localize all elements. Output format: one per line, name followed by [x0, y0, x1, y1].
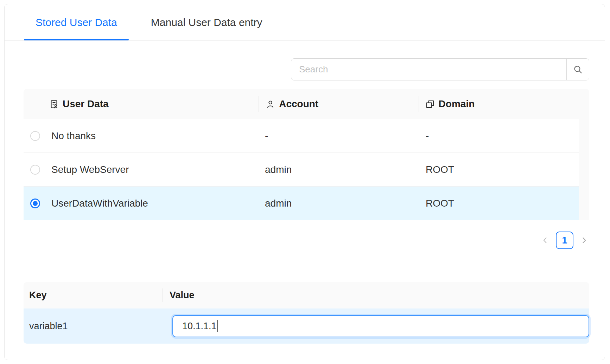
key-value-table: Key Value variable1 10.1.1.1: [24, 282, 589, 344]
column-header-user-data: User Data: [46, 89, 259, 119]
tab-manual-user-data-entry[interactable]: Manual User Data entry: [139, 4, 274, 40]
user-data-icon: [49, 99, 59, 109]
chevron-left-icon: [541, 236, 549, 245]
user-data-name: Setup WebServer: [46, 164, 259, 175]
radio-button[interactable]: [30, 165, 40, 175]
domain-icon: [425, 99, 435, 109]
table-header: User Data Account Domain: [24, 89, 589, 119]
pagination-prev-button[interactable]: [540, 235, 551, 246]
table-row[interactable]: Setup WebServer admin ROOT: [24, 153, 589, 187]
account-value: -: [259, 130, 419, 142]
column-header-account: Account: [259, 89, 418, 119]
value-input[interactable]: 10.1.1.1: [172, 315, 589, 337]
variable-key: variable1: [24, 321, 160, 332]
selection-column-header: [24, 89, 46, 119]
radio-button-checked[interactable]: [30, 199, 40, 208]
search-button[interactable]: [566, 59, 589, 80]
radio-button[interactable]: [30, 131, 40, 141]
pagination-next-button[interactable]: [579, 235, 589, 246]
account-value: admin: [259, 198, 419, 209]
variable-value-cell: 10.1.1.1: [160, 315, 589, 337]
column-label: User Data: [63, 98, 109, 110]
search-control: [291, 58, 589, 80]
search-icon: [573, 65, 583, 74]
scrollbar-gutter: [579, 119, 589, 153]
user-data-name: UserDataWithVariable: [46, 198, 259, 209]
table-row[interactable]: No thanks - -: [24, 119, 589, 153]
scrollbar-gutter: [579, 153, 589, 187]
user-data-name: No thanks: [46, 130, 259, 142]
user-data-panel: Stored User Data Manual User Data entry: [4, 4, 605, 360]
search-input[interactable]: [291, 59, 566, 80]
column-label: Value: [170, 290, 195, 301]
domain-value: ROOT: [419, 164, 579, 175]
page-number: 1: [562, 235, 567, 246]
domain-value: ROOT: [419, 198, 579, 209]
chevron-right-icon: [580, 236, 588, 245]
key-value-row: variable1 10.1.1.1: [24, 308, 589, 344]
column-header-key: Key: [24, 290, 163, 301]
pagination: 1: [5, 232, 589, 249]
tab-bar: Stored User Data Manual User Data entry: [5, 4, 605, 41]
pagination-page-1[interactable]: 1: [556, 232, 573, 249]
domain-value: -: [419, 130, 579, 142]
value-input-text: 10.1.1.1: [182, 321, 217, 332]
column-label: Account: [279, 98, 318, 110]
tab-stored-user-data[interactable]: Stored User Data: [24, 4, 129, 40]
table-row-selected[interactable]: UserDataWithVariable admin ROOT: [24, 187, 589, 220]
tab-label: Stored User Data: [36, 17, 117, 28]
scrollbar-gutter: [579, 187, 589, 220]
column-header-value: Value: [163, 282, 589, 308]
column-label: Domain: [439, 98, 475, 110]
account-icon: [266, 99, 275, 109]
key-value-header: Key Value: [24, 282, 589, 308]
search-row: [24, 58, 589, 80]
text-cursor: [217, 320, 218, 332]
column-header-domain: Domain: [419, 89, 589, 119]
account-value: admin: [259, 164, 419, 175]
tab-label: Manual User Data entry: [151, 17, 262, 28]
user-data-table: User Data Account Domain: [24, 89, 589, 220]
